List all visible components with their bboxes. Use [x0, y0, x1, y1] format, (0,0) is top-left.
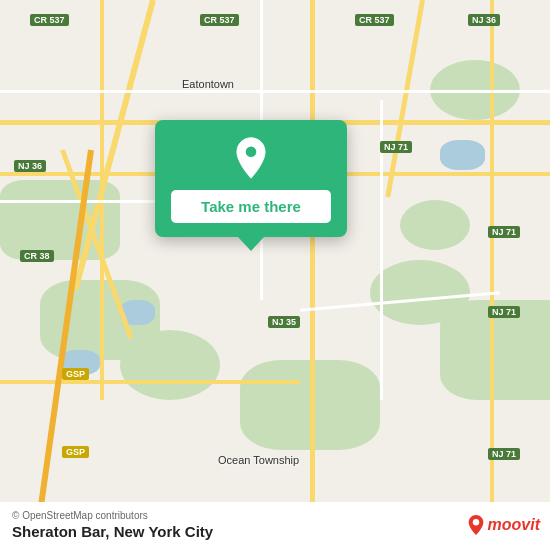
- map-container: CR 537 CR 537 CR 537 NJ 36 NJ 36 NJ 71 N…: [0, 0, 550, 550]
- svg-point-1: [472, 519, 478, 525]
- green-area: [400, 200, 470, 250]
- road: [0, 380, 300, 384]
- road: [490, 0, 494, 550]
- moovit-pin-icon: [467, 514, 485, 536]
- route-label-nj36-2: NJ 36: [14, 160, 46, 172]
- route-label-nj71-3: NJ 71: [488, 306, 520, 318]
- route-label-nj71-1: NJ 71: [380, 141, 412, 153]
- road: [310, 0, 315, 550]
- route-label-cr537-2: CR 537: [200, 14, 239, 26]
- popup-card: Take me there: [155, 120, 347, 237]
- route-label-nj71-2: NJ 71: [488, 226, 520, 238]
- map-attribution: © OpenStreetMap contributors: [12, 510, 538, 521]
- route-label-nj36-1: NJ 36: [468, 14, 500, 26]
- route-label-cr38: CR 38: [20, 250, 54, 262]
- route-label-nj71-4: NJ 71: [488, 448, 520, 460]
- take-me-there-button[interactable]: Take me there: [171, 190, 331, 223]
- moovit-logo: moovit: [467, 514, 540, 536]
- route-label-cr537-1: CR 537: [30, 14, 69, 26]
- route-label-nj35: NJ 35: [268, 316, 300, 328]
- place-label-eatontown: Eatontown: [182, 78, 234, 90]
- place-label-ocean-township: Ocean Township: [218, 454, 299, 466]
- location-pin-icon: [229, 136, 273, 180]
- location-name: Sheraton Bar, New York City: [12, 523, 213, 540]
- route-label-gsp-2: GSP: [62, 446, 89, 458]
- route-label-cr537-3: CR 537: [355, 14, 394, 26]
- road: [0, 90, 550, 93]
- green-area: [120, 330, 220, 400]
- route-label-gsp-1: GSP: [62, 368, 89, 380]
- moovit-brand-text: moovit: [488, 516, 540, 534]
- info-bar: © OpenStreetMap contributors Sheraton Ba…: [0, 502, 550, 550]
- svg-point-0: [246, 147, 257, 158]
- water-area: [440, 140, 485, 170]
